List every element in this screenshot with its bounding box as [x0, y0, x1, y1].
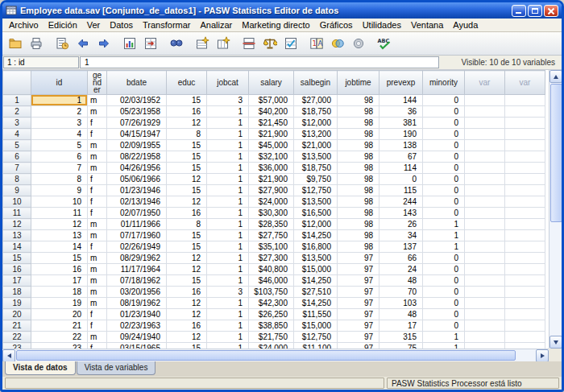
row-header-23[interactable]: 23	[3, 343, 31, 349]
cell-jobcat-14[interactable]: 1	[207, 241, 249, 253]
cell-prevexp-19[interactable]: 103	[379, 298, 423, 309]
cell-salbegin-15[interactable]: $13,500	[294, 253, 338, 264]
cell-minority-4[interactable]: 0	[423, 129, 465, 140]
cell-gender-15[interactable]: m	[88, 253, 107, 264]
cell-educ-16[interactable]: 12	[167, 264, 207, 275]
cell-jobtime-5[interactable]: 98	[338, 140, 379, 151]
column-header-gender[interactable]: gender	[88, 71, 107, 95]
cell-var2-15[interactable]	[505, 253, 545, 264]
cell-salbegin-23[interactable]: $11,100	[294, 343, 338, 349]
cell-jobcat-21[interactable]: 1	[207, 320, 249, 332]
cell-prevexp-14[interactable]: 137	[379, 241, 423, 253]
cell-jobtime-9[interactable]: 98	[338, 185, 379, 196]
cell-jobcat-1[interactable]: 3	[207, 95, 249, 106]
cell-var2-23[interactable]	[505, 343, 545, 349]
cell-salary-23[interactable]: $24,000	[249, 343, 294, 349]
menu-ventana[interactable]: Ventana	[406, 19, 448, 31]
cell-var2-18[interactable]	[505, 287, 545, 298]
cell-var1-14[interactable]	[465, 241, 505, 253]
cell-educ-14[interactable]: 15	[167, 241, 207, 253]
cell-prevexp-8[interactable]: 0	[379, 174, 423, 185]
cell-salary-21[interactable]: $38,850	[249, 320, 294, 332]
cell-gender-2[interactable]: m	[88, 106, 107, 118]
cell-jobcat-2[interactable]: 1	[207, 106, 249, 118]
row-header-1[interactable]: 1	[3, 95, 31, 106]
cell-prevexp-20[interactable]: 48	[379, 309, 423, 320]
cell-salbegin-19[interactable]: $14,250	[294, 298, 338, 309]
cell-minority-13[interactable]: 1	[423, 230, 465, 241]
cell-salbegin-12[interactable]: $12,000	[294, 219, 338, 230]
cell-minority-20[interactable]: 0	[423, 309, 465, 320]
cell-salary-3[interactable]: $21,450	[249, 118, 294, 129]
menu-transformar[interactable]: Transformar	[138, 19, 196, 31]
row-header-6[interactable]: 6	[3, 151, 31, 163]
cell-prevexp-11[interactable]: 143	[379, 208, 423, 219]
cell-jobcat-22[interactable]: 1	[207, 332, 249, 343]
cell-var1-19[interactable]	[465, 298, 505, 309]
cell-bdate-4[interactable]: 04/15/1947	[107, 129, 167, 140]
cell-jobcat-15[interactable]: 1	[207, 253, 249, 264]
cell-var2-10[interactable]	[505, 196, 545, 208]
cell-id-4[interactable]: 4	[31, 129, 88, 140]
row-header-15[interactable]: 15	[3, 253, 31, 264]
cell-id-2[interactable]: 2	[31, 106, 88, 118]
cell-jobtime-6[interactable]: 98	[338, 151, 379, 163]
row-header-19[interactable]: 19	[3, 298, 31, 309]
cell-jobtime-13[interactable]: 98	[338, 230, 379, 241]
cell-gender-5[interactable]: m	[88, 140, 107, 151]
cell-gender-7[interactable]: m	[88, 163, 107, 174]
cell-bdate-10[interactable]: 02/13/1946	[107, 196, 167, 208]
cell-bdate-13[interactable]: 07/17/1960	[107, 230, 167, 241]
cell-educ-2[interactable]: 16	[167, 106, 207, 118]
cell-minority-23[interactable]: 1	[423, 343, 465, 349]
cell-bdate-21[interactable]: 02/23/1963	[107, 320, 167, 332]
menu-ayuda[interactable]: Ayuda	[448, 19, 483, 31]
menu-analizar[interactable]: Analizar	[196, 19, 238, 31]
tab-vista-de-datos[interactable]: Vista de datos	[5, 361, 76, 375]
cell-var1-5[interactable]	[465, 140, 505, 151]
cell-salbegin-4[interactable]: $13,200	[294, 129, 338, 140]
scroll-left-button[interactable]	[2, 349, 15, 362]
cell-bdate-16[interactable]: 11/17/1964	[107, 264, 167, 275]
cell-id-16[interactable]: 16	[31, 264, 88, 275]
cell-gender-11[interactable]: f	[88, 208, 107, 219]
scroll-down-button[interactable]	[549, 336, 562, 349]
cell-var1-3[interactable]	[465, 118, 505, 129]
cell-salbegin-21[interactable]: $15,000	[294, 320, 338, 332]
cell-var2-17[interactable]	[505, 275, 545, 287]
cell-var1-10[interactable]	[465, 196, 505, 208]
cell-var1-8[interactable]	[465, 174, 505, 185]
row-header-9[interactable]: 9	[3, 185, 31, 196]
cell-minority-5[interactable]: 0	[423, 140, 465, 151]
cell-var1-16[interactable]	[465, 264, 505, 275]
cell-salary-17[interactable]: $46,000	[249, 275, 294, 287]
cell-var2-3[interactable]	[505, 118, 545, 129]
cell-jobcat-3[interactable]: 1	[207, 118, 249, 129]
cell-id-15[interactable]: 15	[31, 253, 88, 264]
cell-jobcat-19[interactable]: 1	[207, 298, 249, 309]
cell-jobtime-2[interactable]: 98	[338, 106, 379, 118]
cell-prevexp-5[interactable]: 138	[379, 140, 423, 151]
cell-salbegin-6[interactable]: $13,500	[294, 151, 338, 163]
cell-var1-11[interactable]	[465, 208, 505, 219]
show-all-variables-button[interactable]	[349, 34, 368, 53]
cell-bdate-5[interactable]: 02/09/1955	[107, 140, 167, 151]
cell-var2-11[interactable]	[505, 208, 545, 219]
cell-var1-9[interactable]	[465, 185, 505, 196]
cell-gender-12[interactable]: m	[88, 219, 107, 230]
row-header-12[interactable]: 12	[3, 219, 31, 230]
cell-jobcat-4[interactable]: 1	[207, 129, 249, 140]
cell-salbegin-22[interactable]: $12,750	[294, 332, 338, 343]
row-header-22[interactable]: 22	[3, 332, 31, 343]
cell-gender-9[interactable]: f	[88, 185, 107, 196]
cell-bdate-7[interactable]: 04/26/1956	[107, 163, 167, 174]
cell-var1-22[interactable]	[465, 332, 505, 343]
menu-datos[interactable]: Datos	[105, 19, 138, 31]
horizontal-scroll-thumb[interactable]	[16, 350, 516, 361]
cell-minority-22[interactable]: 1	[423, 332, 465, 343]
cell-var1-7[interactable]	[465, 163, 505, 174]
cell-id-6[interactable]: 6	[31, 151, 88, 163]
cell-var2-12[interactable]	[505, 219, 545, 230]
cell-bdate-2[interactable]: 05/23/1958	[107, 106, 167, 118]
cell-minority-10[interactable]: 0	[423, 196, 465, 208]
